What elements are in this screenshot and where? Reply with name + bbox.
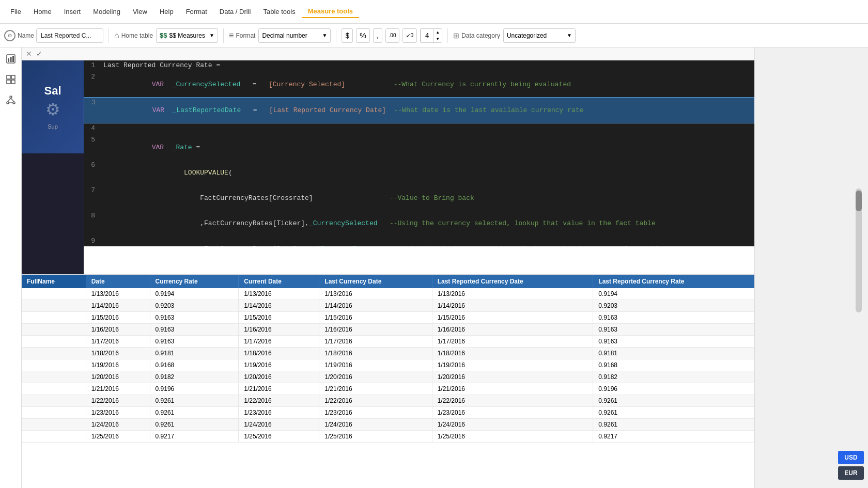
sidebar-icon-grid[interactable] (4, 72, 18, 87)
measures-chevron-icon: ▼ (209, 33, 214, 38)
stepper-down-button[interactable]: ▼ (433, 36, 442, 42)
table-cell: 0.9163 (150, 335, 239, 347)
line-content-4 (99, 123, 754, 133)
table-cell-fullname (22, 383, 86, 395)
name-label: Name (18, 32, 34, 39)
table-cell: 1/21/2016 (239, 383, 319, 395)
col-header-last-currency-date: Last Currency Date (319, 275, 432, 288)
home-table-group: ⌂ Home table (114, 31, 153, 40)
decimal-increase-button[interactable]: .00 (385, 28, 400, 43)
table-cell: 0.9182 (150, 371, 239, 383)
table-cell-fullname (22, 347, 86, 359)
name-group: ⊙ Name (4, 28, 103, 43)
sep3 (336, 28, 336, 43)
table-cell: 1/17/2016 (319, 335, 432, 347)
table-cell: 0.9181 (150, 347, 239, 359)
menu-item-format[interactable]: Format (180, 6, 213, 18)
menu-item-modeling[interactable]: Modeling (87, 6, 127, 18)
table-row: 1/17/20160.91631/17/20161/17/20161/17/20… (22, 335, 754, 347)
decimal-decrease-button[interactable]: ↙0 (402, 28, 417, 43)
menu-item-insert[interactable]: Insert (58, 6, 87, 18)
eur-badge[interactable]: EUR (838, 466, 864, 480)
line-num-8: 8 (84, 211, 99, 219)
table-cell: 1/19/2016 (239, 359, 319, 371)
table-cell: 0.9203 (150, 300, 239, 311)
table-cell: 1/18/2016 (239, 347, 319, 359)
table-cell: 1/23/2016 (239, 406, 319, 418)
name-input[interactable] (36, 28, 103, 43)
code-line-7: 7 FactCurrencyRates[Crossrate] --Value t… (84, 185, 754, 211)
svg-rect-2 (10, 57, 11, 62)
table-cell-fullname (22, 300, 86, 311)
menu-item-table-tools[interactable]: Table tools (257, 6, 301, 18)
scrollbar-track[interactable] (856, 188, 862, 312)
table-cell-fullname (22, 323, 86, 335)
menu-item-file[interactable]: File (4, 6, 27, 18)
scrollbar-thumb[interactable] (856, 191, 862, 211)
line-content-8: ,FactCurrencyRates[Ticker],_CurrencySele… (99, 211, 754, 236)
table-cell: 1/25/2016 (319, 430, 432, 442)
table-row: 1/23/20160.92611/23/20161/23/20161/23/20… (22, 406, 754, 418)
sidebar-icon-model[interactable] (4, 93, 18, 107)
table-row: 1/19/20160.91681/19/20161/19/20161/19/20… (22, 359, 754, 371)
line-content-5: VAR _Rate = (99, 135, 754, 160)
menu-item-view[interactable]: View (127, 6, 153, 18)
sidebar-icon-report[interactable] (4, 52, 18, 66)
col-header-current-date: Current Date (239, 275, 319, 288)
table-cell: 1/23/2016 (432, 406, 593, 418)
svg-rect-7 (11, 80, 15, 84)
code-line-6: 6 LOOKUPVALUE( (84, 160, 754, 185)
right-panel: USD EUR (754, 48, 868, 488)
table-cell: 1/19/2016 (86, 359, 150, 371)
table-cell: 1/25/2016 (239, 430, 319, 442)
table-cell: 1/13/2016 (86, 288, 150, 300)
menu-item-measure-tools[interactable]: Measure tools (302, 5, 359, 18)
table-cell: 1/14/2016 (319, 300, 432, 311)
table-cell: 0.9182 (593, 371, 754, 383)
code-editor[interactable]: 1 Last Reported Currency Rate = 2 VAR _C… (84, 60, 754, 246)
line-num-9: 9 (84, 236, 99, 245)
table-cell-fullname (22, 395, 86, 406)
table-cell: 0.9163 (150, 311, 239, 323)
table-row: 1/16/20160.91631/16/20161/16/20161/16/20… (22, 323, 754, 335)
code-line-3: 3 VAR _LastReportedDate = [Last Reported… (84, 97, 754, 123)
confirm-button[interactable]: ✓ (36, 50, 42, 58)
data-category-dropdown[interactable]: Uncategorized ▼ (503, 28, 576, 43)
menu-item-help[interactable]: Help (153, 6, 180, 18)
table-cell: 1/19/2016 (319, 359, 432, 371)
home-icon: ⌂ (114, 31, 119, 40)
line-num-6: 6 (84, 160, 99, 169)
table-cell: 0.9261 (150, 395, 239, 406)
table-cell: 1/24/2016 (319, 418, 432, 430)
table-cell: 1/20/2016 (432, 371, 593, 383)
table-row: 1/24/20160.92611/24/20161/24/20161/24/20… (22, 418, 754, 430)
comma-button[interactable]: , (373, 28, 382, 43)
table-cell: 0.9261 (593, 395, 754, 406)
percent-button[interactable]: % (356, 28, 369, 43)
dollar-button[interactable]: $ (342, 28, 353, 43)
measures-dropdown[interactable]: $$ $$ Measures ▼ (156, 28, 218, 43)
cancel-button[interactable]: ✕ (26, 50, 32, 58)
table-cell: 0.9196 (593, 383, 754, 395)
line-content-7: FactCurrencyRates[Crossrate] --Value to … (99, 185, 754, 211)
line-num-1: 1 (84, 60, 99, 69)
line-content-2: VAR _CurrencySelected = [Currency Select… (99, 72, 754, 97)
table-cell: 1/20/2016 (319, 371, 432, 383)
decimal-stepper: 4 ▲ ▼ (420, 28, 442, 43)
table-row: 1/22/20160.92611/22/20161/22/20161/22/20… (22, 395, 754, 406)
table-row: 1/25/20160.92171/25/20161/25/20161/25/20… (22, 430, 754, 442)
menu-item-data-drill[interactable]: Data / Drill (213, 6, 257, 18)
svg-point-10 (13, 102, 15, 104)
format-dropdown[interactable]: Decimal number ▼ (258, 28, 331, 43)
code-line-2: 2 VAR _CurrencySelected = [Currency Sele… (84, 72, 754, 97)
stepper-up-button[interactable]: ▲ (433, 29, 442, 36)
line-num-2: 2 (84, 72, 99, 81)
menu-item-home[interactable]: Home (27, 6, 58, 18)
table-cell: 1/16/2016 (86, 323, 150, 335)
editor-container: Sal ⚙ Sup 1 Last Reported Currency Rate … (22, 60, 754, 274)
table-cell: 0.9261 (150, 418, 239, 430)
table-cell: 1/17/2016 (432, 335, 593, 347)
usd-badge[interactable]: USD (838, 451, 864, 464)
table-cell: 1/24/2016 (432, 418, 593, 430)
data-category-icon: ⊞ (453, 32, 459, 40)
